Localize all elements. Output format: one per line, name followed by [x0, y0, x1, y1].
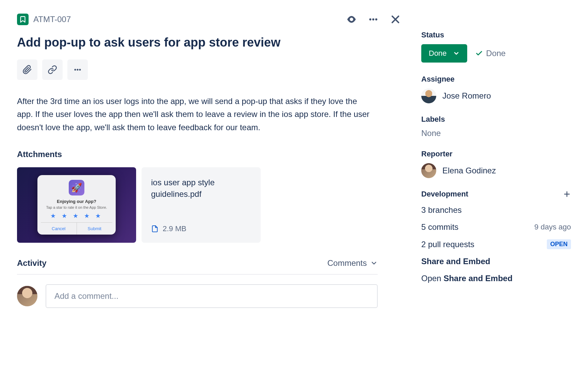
check-icon — [475, 50, 483, 57]
reporter-name: Elena Godinez — [442, 166, 496, 175]
issue-title[interactable]: Add pop-up to ask users for app store re… — [17, 35, 401, 51]
activity-heading: Activity — [17, 258, 47, 268]
attachment-image-content: 🚀 Enjoying our App? Tap a star to rate i… — [37, 175, 116, 235]
chevron-down-icon — [453, 50, 460, 57]
status-resolution: Done — [475, 49, 506, 58]
dev-pull-requests[interactable]: 2 pull requests OPEN — [421, 239, 571, 249]
attach-button[interactable] — [17, 59, 37, 80]
more-content-button[interactable] — [67, 59, 88, 80]
svg-point-1 — [369, 18, 371, 20]
chevron-down-icon — [370, 259, 378, 267]
attachment-file[interactable]: ios user app style guidelines.pdf 2.9 MB — [142, 167, 261, 243]
status-label: Status — [421, 31, 571, 39]
svg-point-8 — [79, 69, 81, 70]
current-user-avatar — [17, 286, 37, 306]
assignee-avatar — [421, 88, 436, 103]
assignee-name: Jose Romero — [442, 91, 491, 101]
svg-point-7 — [77, 69, 78, 70]
ticket-id[interactable]: ATMT-007 — [33, 15, 71, 24]
reporter-label: Reporter — [421, 150, 571, 158]
reporter-avatar — [421, 163, 436, 178]
svg-point-3 — [375, 18, 377, 20]
breadcrumb[interactable]: ATMT-007 — [17, 14, 71, 25]
watch-button[interactable] — [346, 14, 357, 24]
reporter-field[interactable]: Elena Godinez — [421, 163, 571, 178]
labels-label: Labels — [421, 115, 571, 124]
development-label: Development — [421, 190, 468, 199]
add-development-button[interactable] — [563, 190, 571, 198]
link-button[interactable] — [42, 59, 63, 80]
svg-point-0 — [351, 19, 353, 20]
assignee-label: Assignee — [421, 75, 571, 84]
share-embed-link[interactable]: Open Share and Embed — [421, 274, 571, 283]
activity-filter-dropdown[interactable]: Comments — [327, 258, 378, 268]
attachment-image[interactable]: 🚀 Enjoying our App? Tap a star to rate i… — [17, 167, 136, 243]
more-actions-button[interactable] — [368, 14, 378, 24]
close-button[interactable] — [390, 14, 401, 25]
issue-description[interactable]: After the 3rd time an ios user logs into… — [17, 95, 374, 134]
comment-input[interactable] — [46, 284, 378, 308]
dev-branches[interactable]: 3 branches — [421, 205, 571, 215]
ticket-type-icon — [17, 14, 29, 25]
labels-value[interactable]: None — [421, 129, 571, 138]
svg-point-2 — [372, 18, 374, 20]
file-icon — [151, 224, 159, 233]
svg-point-6 — [74, 69, 76, 70]
assignee-field[interactable]: Jose Romero — [421, 88, 571, 103]
status-dropdown[interactable]: Done — [421, 44, 467, 63]
attachments-heading: Attchments — [17, 150, 401, 159]
share-embed-label: Share and Embed — [421, 257, 571, 266]
dev-commits[interactable]: 5 commits 9 days ago — [421, 222, 571, 232]
attachment-file-size: 2.9 MB — [163, 224, 186, 233]
pr-status-badge: OPEN — [547, 239, 571, 249]
attachment-file-name: ios user app style guidelines.pdf — [151, 177, 251, 200]
